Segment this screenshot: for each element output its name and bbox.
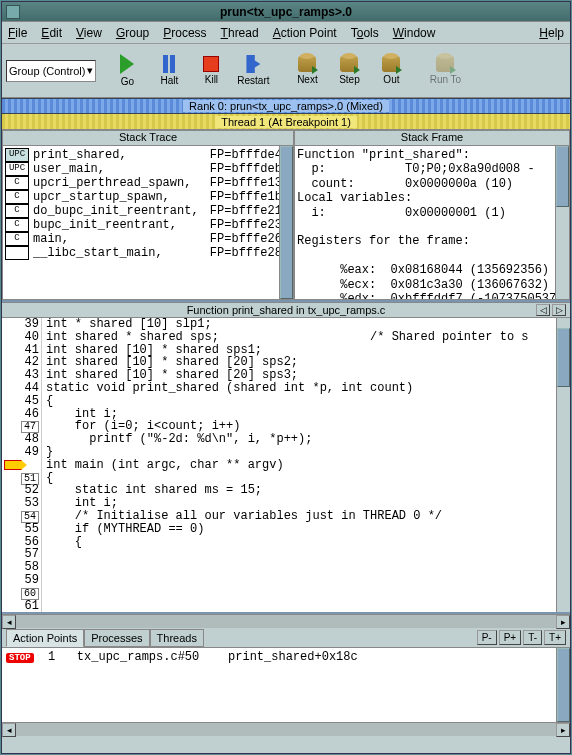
code-line[interactable]: { [46,536,570,549]
stack-trace-row[interactable]: __libc_start_main, FP=bfffe288 [5,246,291,260]
gutter-line[interactable]: 53 [2,497,39,510]
source-header-label: Function print_shared in tx_upc_ramps.c [187,304,386,316]
nav-fwd-button[interactable]: ▷ [552,304,566,316]
stack-frame-body[interactable]: Function "print_shared": p: T0;P0;0x8a90… [295,146,569,299]
gutter-line[interactable]: 59 [2,574,39,587]
source-area[interactable]: 3940414243444546474849515253545556575859… [2,318,570,614]
code-line[interactable]: printf ("%-2d: %d\n", i, *p++); [46,433,570,446]
pc-arrow-icon [4,460,22,470]
scroll-right-button[interactable]: ▸ [556,615,570,629]
menu-tools[interactable]: Tools [351,26,379,40]
menu-window[interactable]: Window [393,26,436,40]
next-button[interactable]: Next [288,48,326,94]
menu-action-point[interactable]: Action Point [273,26,337,40]
trace-fp: FP=bfffe238 [210,218,289,232]
action-location: tx_upc_ramps.c#50 [77,650,199,664]
lang-indicator: UPC [5,148,29,162]
menu-view[interactable]: View [76,26,102,40]
code-line[interactable]: } [46,446,570,459]
rank-bar[interactable]: Rank 0: prun<tx_upc_ramps>.0 (Mixed) [2,98,570,114]
vscrollbar[interactable] [555,146,569,299]
code-line[interactable]: static void print_shared (shared int *p,… [46,382,570,395]
group-select-label: Group (Control) [9,65,85,77]
trace-func: bupc_init_reentrant, [33,218,206,232]
t-minus-button[interactable]: T- [523,630,542,645]
code-line[interactable]: int main (int argc, char ** argv) [46,459,570,472]
menu-help[interactable]: Help [539,26,564,40]
scroll-left-button[interactable]: ◂ [2,723,16,737]
tab-processes[interactable]: Processes [84,629,149,647]
hscrollbar[interactable]: ◂ ▸ [2,722,570,736]
scroll-left-button[interactable]: ◂ [2,615,16,629]
stack-trace-row[interactable]: UPCuser_main, FP=bfffdeb8 [5,162,291,176]
code-line[interactable]: static int shared ms = 15; [46,484,570,497]
trace-fp: FP=bfffe138 [210,176,289,190]
menu-group[interactable]: Group [116,26,149,40]
gutter-line[interactable]: 60 [2,587,39,600]
run-to-icon [436,56,454,72]
hscrollbar[interactable]: ◂ ▸ [2,614,570,628]
go-button[interactable]: Go [108,48,146,94]
nav-back-button[interactable]: ◁ [536,304,550,316]
gutter-line[interactable]: 61 [2,600,39,613]
trace-func: upcr_startup_spawn, [33,190,206,204]
group-select[interactable]: Group (Control) ▾ [6,60,96,82]
gutter-line[interactable]: 49 [2,446,39,459]
lang-indicator: C [5,204,29,218]
toolbar: Group (Control) ▾ Go Halt Kill Restart N… [2,44,570,98]
thread-bar[interactable]: Thread 1 (At Breakpoint 1) [2,114,570,130]
t-plus-button[interactable]: T+ [544,630,566,645]
gutter-line[interactable]: 46 [2,408,39,421]
trace-fp: FP=bfffdeb8 [210,162,289,176]
stack-trace-row[interactable]: Cmain, FP=bfffe268 [5,232,291,246]
halt-button[interactable]: Halt [150,48,188,94]
vscrollbar[interactable] [556,648,570,722]
vscrollbar[interactable] [279,146,293,299]
stack-trace-pane: Stack Trace UPCprint_shared, FP=bfffde48… [2,130,294,300]
code-line[interactable]: /* Initialise all our variables just in … [46,510,570,523]
code-line[interactable]: { [46,395,570,408]
kill-button[interactable]: Kill [192,48,230,94]
gutter-line[interactable]: 39 [2,318,39,331]
stack-trace-body[interactable]: UPCprint_shared, FP=bfffde48UPCuser_main… [3,146,293,299]
code-line[interactable]: int * shared [10] slp1; [46,318,570,331]
titlebar[interactable]: prun<tx_upc_ramps>.0 [2,2,570,22]
gutter-line[interactable]: 44 [2,382,39,395]
vscrollbar[interactable] [556,318,570,612]
gutter-line[interactable]: 55 [2,523,39,536]
out-button[interactable]: Out [372,48,410,94]
menu-thread[interactable]: Thread [221,26,259,40]
app-window: prun<tx_upc_ramps>.0 File Edit View Grou… [1,1,571,754]
app-menu-icon[interactable] [6,5,20,19]
code-line[interactable]: int shared * shared sps; /* Shared point… [46,331,570,344]
gutter-line[interactable]: 40 [2,331,39,344]
source-code[interactable]: int * shared [10] slp1;int shared * shar… [42,318,570,612]
upper-panes: Stack Trace UPCprint_shared, FP=bfffde48… [2,130,570,302]
trace-func: main, [33,232,206,246]
code-line[interactable]: if (MYTHREAD == 0) [46,523,570,536]
scroll-track[interactable] [16,615,556,628]
gutter-line[interactable]: 54 [2,510,39,523]
p-minus-button[interactable]: P- [477,630,497,645]
gutter[interactable]: 3940414243444546474849515253545556575859… [2,318,42,612]
action-point-row[interactable]: STOP 1 tx_upc_ramps.c#50 print_shared+0x… [6,650,566,664]
step-button[interactable]: Step [330,48,368,94]
scroll-right-button[interactable]: ▸ [556,723,570,737]
tab-action-points[interactable]: Action Points [6,629,84,647]
menu-edit[interactable]: Edit [41,26,62,40]
stack-trace-row[interactable]: Cupcri_perthread_spawn, FP=bfffe138 [5,176,291,190]
stack-trace-row[interactable]: Cdo_bupc_init_reentrant, FP=bfffe218 [5,204,291,218]
menu-process[interactable]: Process [163,26,206,40]
stack-trace-row[interactable]: UPCprint_shared, FP=bfffde48 [5,148,291,162]
action-points-body[interactable]: STOP 1 tx_upc_ramps.c#50 print_shared+0x… [2,648,570,722]
stack-trace-row[interactable]: Cbupc_init_reentrant, FP=bfffe238 [5,218,291,232]
run-to-button[interactable]: Run To [426,48,464,94]
p-plus-button[interactable]: P+ [499,630,522,645]
stack-trace-row[interactable]: Cupcr_startup_spawn, FP=bfffe1b8 [5,190,291,204]
gutter-line[interactable] [2,459,39,472]
menu-file[interactable]: File [8,26,27,40]
tab-threads[interactable]: Threads [150,629,204,647]
restart-button[interactable]: Restart [234,48,272,94]
scroll-track[interactable] [16,723,556,736]
gutter-line[interactable]: 45 [2,395,39,408]
